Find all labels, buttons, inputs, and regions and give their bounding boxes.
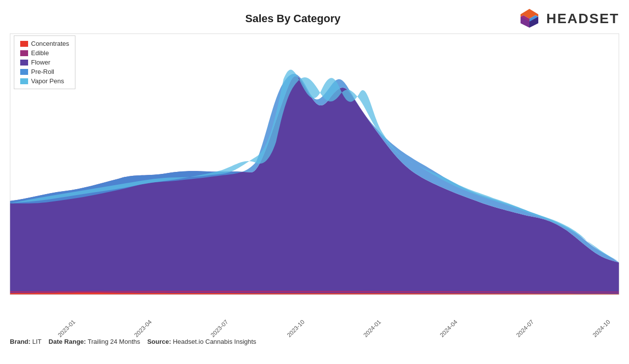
chart-title: Sales By Category xyxy=(69,12,517,25)
legend-color-concentrates xyxy=(20,41,28,47)
legend-color-edible xyxy=(20,50,28,56)
x-axis-container: 2023-01 2023-04 2023-07 2023-10 2024-01 … xyxy=(10,309,619,334)
chart-svg xyxy=(10,33,619,309)
legend-label-preroll: Pre-Roll xyxy=(31,68,54,75)
legend-label-edible: Edible xyxy=(31,49,49,57)
legend-item-preroll: Pre-Roll xyxy=(20,68,69,75)
legend-item-flower: Flower xyxy=(20,59,69,66)
source-label: Source: xyxy=(147,338,171,345)
chart-area: Concentrates Edible Flower Pre-Roll Vapo… xyxy=(10,33,619,309)
legend-item-vaporpens: Vapor Pens xyxy=(20,77,69,85)
logo-text: HEADSET xyxy=(546,11,619,27)
legend-color-flower xyxy=(20,60,28,66)
date-range-value: Trailing 24 Months xyxy=(88,338,140,345)
source-value: Headset.io Cannabis Insights xyxy=(173,338,256,345)
header: Sales By Category HEADSET xyxy=(0,0,629,33)
brand-label: Brand: xyxy=(10,338,31,345)
chart-legend: Concentrates Edible Flower Pre-Roll Vapo… xyxy=(14,35,75,89)
headset-logo-icon xyxy=(517,6,542,32)
legend-item-edible: Edible xyxy=(20,49,69,57)
chart-container: Sales By Category HEADSET Concentrates xyxy=(0,0,629,364)
footer-info: Brand: LIT Date Range: Trailing 24 Month… xyxy=(0,334,629,347)
legend-color-preroll xyxy=(20,69,28,75)
brand-value: LIT xyxy=(33,338,42,345)
legend-label-vaporpens: Vapor Pens xyxy=(31,77,64,85)
legend-color-vaporpens xyxy=(20,78,28,84)
legend-item-concentrates: Concentrates xyxy=(20,40,69,47)
legend-label-flower: Flower xyxy=(31,59,50,66)
legend-label-concentrates: Concentrates xyxy=(31,40,69,47)
logo-area: HEADSET xyxy=(517,6,619,32)
date-range-label: Date Range: xyxy=(49,338,86,345)
